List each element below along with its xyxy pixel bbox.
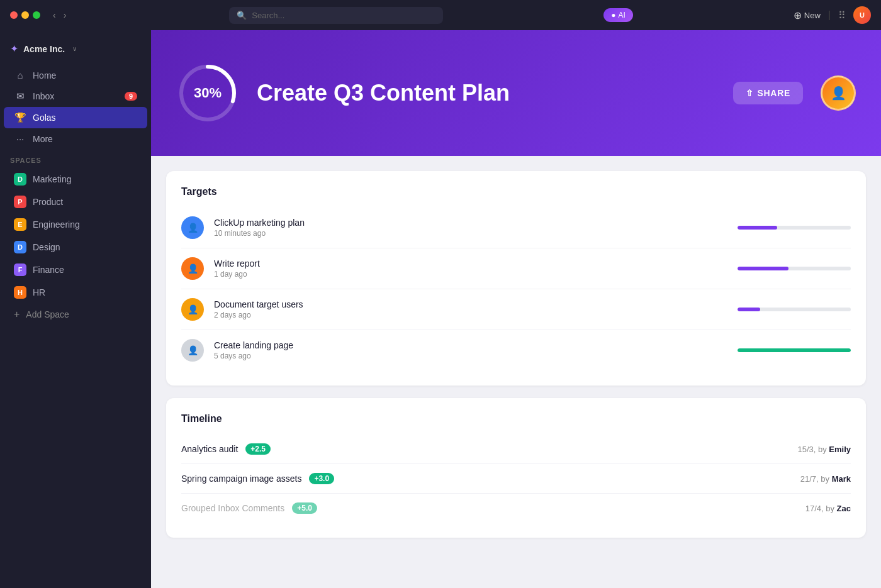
product-label: Product <box>33 197 63 207</box>
timeline-author-1: Emily <box>829 445 851 454</box>
back-button[interactable]: ‹ <box>50 9 59 21</box>
divider: | <box>828 9 831 21</box>
goals-icon: 🏆 <box>14 112 26 123</box>
progress-ring: 30% <box>176 62 239 125</box>
new-button[interactable]: ⊕ New <box>794 9 821 21</box>
target-info-4: Create landing page 5 days ago <box>214 340 727 360</box>
sidebar-home-label: Home <box>33 70 56 80</box>
sidebar-item-more[interactable]: ··· More <box>4 128 147 149</box>
target-name-4: Create landing page <box>214 340 727 350</box>
user-avatar[interactable]: U <box>853 6 871 24</box>
share-icon: ⇧ <box>746 88 754 98</box>
sidebar-item-finance[interactable]: F Finance <box>4 258 147 281</box>
sidebar-item-design[interactable]: D Design <box>4 236 147 258</box>
nav-arrows: ‹ › <box>50 9 69 21</box>
timeline-item-2[interactable]: Spring campaign image assets +3.0 21/7, … <box>181 464 851 494</box>
titlebar: ‹ › 🔍 Search... ● AI ⊕ New | ⠿ U <box>0 0 881 30</box>
finance-label: Finance <box>33 265 64 275</box>
timeline-by-1: by <box>818 445 829 454</box>
add-icon: + <box>14 309 20 320</box>
minimize-traffic-light[interactable] <box>21 11 29 19</box>
timeline-item-1[interactable]: Analytics audit +2.5 15/3, by Emily <box>181 435 851 464</box>
timeline-badge-3: +5.0 <box>292 502 317 514</box>
titlebar-right: ⊕ New | ⠿ U <box>794 6 871 24</box>
target-time-4: 5 days ago <box>214 352 727 360</box>
timeline-date-1: 15/3, <box>797 445 816 454</box>
timeline-by-3: by <box>826 504 836 513</box>
target-name-2: Write report <box>214 258 727 269</box>
add-space-button[interactable]: + Add Space <box>4 304 147 325</box>
target-item-2[interactable]: 👤 Write report 1 day ago <box>181 248 851 289</box>
timeline-card: Timeline Analytics audit +2.5 15/3, by E… <box>166 398 866 538</box>
search-bar[interactable]: 🔍 Search... <box>229 7 443 24</box>
target-progress-2 <box>738 267 851 270</box>
sidebar-item-product[interactable]: P Product <box>4 191 147 213</box>
marketing-label: Marketing <box>33 174 71 184</box>
timeline-name-3: Grouped Inbox Comments <box>181 503 284 513</box>
marketing-dot: D <box>14 173 26 186</box>
sidebar-item-home[interactable]: ⌂ Home <box>4 65 147 86</box>
grid-icon[interactable]: ⠿ <box>838 9 846 21</box>
ai-label: AI <box>619 11 626 19</box>
workspace-chevron: ∨ <box>72 45 77 52</box>
target-avatar-4: 👤 <box>181 339 204 362</box>
timeline-date-2: 21/7, <box>800 474 819 484</box>
goal-banner: 30% Create Q3 Content Plan ⇧ SHARE 👤 <box>151 30 881 156</box>
home-icon: ⌂ <box>14 70 26 80</box>
hr-dot: H <box>14 286 26 299</box>
sidebar: ✦ Acme Inc. ∨ ⌂ Home ✉ Inbox 9 🏆 Golas ·… <box>0 30 151 588</box>
sidebar-inbox-label: Inbox <box>33 91 54 101</box>
progress-percent: 30% <box>194 85 222 101</box>
target-progress-1 <box>738 226 851 230</box>
maximize-traffic-light[interactable] <box>33 11 40 19</box>
target-item-4[interactable]: 👤 Create landing page 5 days ago <box>181 330 851 370</box>
timeline-title: Timeline <box>181 413 851 424</box>
spaces-section-label: Spaces <box>0 149 151 168</box>
scrollable-content: Targets 👤 ClickUp marketing plan 10 minu… <box>151 156 881 588</box>
target-avatar-1: 👤 <box>181 216 204 239</box>
avatar-face: 👤 <box>831 86 846 101</box>
target-fill-2 <box>738 267 788 270</box>
timeline-right-3: 17/4, by Zac <box>805 504 851 513</box>
search-icon: 🔍 <box>237 11 247 20</box>
forward-button[interactable]: › <box>61 9 69 21</box>
content-area: 30% Create Q3 Content Plan ⇧ SHARE 👤 Tar… <box>151 30 881 588</box>
timeline-badge-1: +2.5 <box>245 443 271 455</box>
timeline-date-3: 17/4, <box>805 504 824 513</box>
design-dot: D <box>14 241 26 253</box>
target-fill-3 <box>738 308 760 311</box>
target-item-1[interactable]: 👤 ClickUp marketing plan 10 minutes ago <box>181 208 851 248</box>
target-name-1: ClickUp marketing plan <box>214 218 727 228</box>
target-time-2: 1 day ago <box>214 270 727 279</box>
ai-button[interactable]: ● AI <box>603 8 633 22</box>
main-layout: ✦ Acme Inc. ∨ ⌂ Home ✉ Inbox 9 🏆 Golas ·… <box>0 30 881 588</box>
goal-title: Create Q3 Content Plan <box>257 80 715 106</box>
target-info-1: ClickUp marketing plan 10 minutes ago <box>214 218 727 238</box>
timeline-name-1: Analytics audit <box>181 444 238 454</box>
timeline-author-2: Mark <box>832 474 851 484</box>
design-label: Design <box>33 242 60 252</box>
sidebar-more-label: More <box>33 134 53 144</box>
timeline-by-2: by <box>821 474 831 484</box>
workspace-header[interactable]: ✦ Acme Inc. ∨ <box>0 38 151 65</box>
sidebar-item-marketing[interactable]: D Marketing <box>4 168 147 191</box>
traffic-lights <box>10 11 40 19</box>
product-dot: P <box>14 196 26 208</box>
sidebar-item-inbox[interactable]: ✉ Inbox 9 <box>4 86 147 107</box>
timeline-item-3[interactable]: Grouped Inbox Comments +5.0 17/4, by Zac <box>181 494 851 523</box>
target-fill-4 <box>738 348 851 352</box>
new-label: New <box>804 11 821 20</box>
workspace-icon: ✦ <box>10 43 18 55</box>
target-progress-3 <box>738 308 851 311</box>
engineering-label: Engineering <box>33 219 80 230</box>
close-traffic-light[interactable] <box>10 11 18 19</box>
sidebar-item-hr[interactable]: H HR <box>4 281 147 304</box>
sidebar-item-engineering[interactable]: E Engineering <box>4 213 147 236</box>
target-time-1: 10 minutes ago <box>214 229 727 238</box>
share-label: SHARE <box>757 88 790 98</box>
sidebar-item-goals[interactable]: 🏆 Golas <box>4 107 147 128</box>
share-button[interactable]: ⇧ SHARE <box>733 82 803 104</box>
target-avatar-3: 👤 <box>181 298 204 321</box>
add-space-label: Add Space <box>26 309 69 319</box>
target-item-3[interactable]: 👤 Document target users 2 days ago <box>181 289 851 330</box>
